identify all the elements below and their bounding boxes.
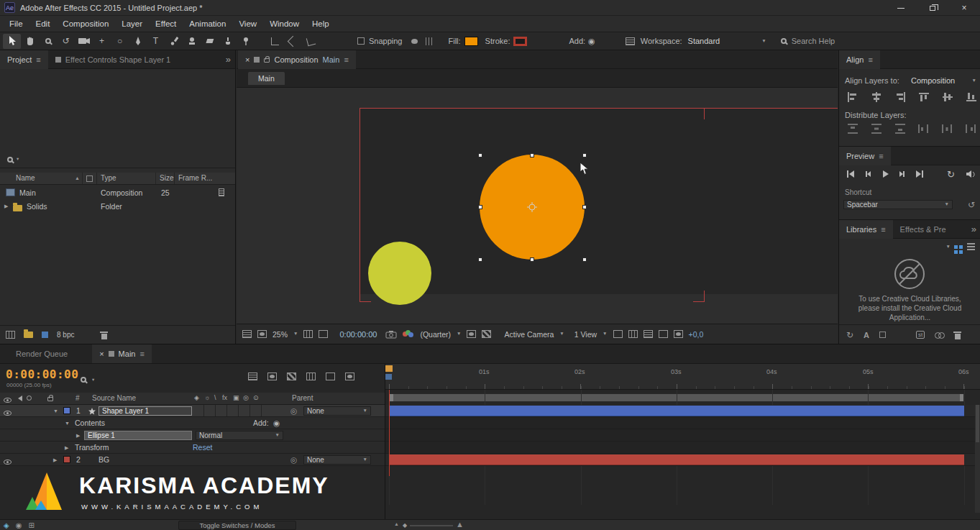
align-to-caret-icon[interactable]: ▼ — [972, 78, 976, 83]
selection-handle[interactable] — [530, 257, 534, 262]
reset-exposure-icon[interactable] — [674, 330, 683, 338]
snapshot-icon[interactable] — [385, 330, 397, 339]
eraser-tool-icon[interactable] — [201, 34, 219, 49]
selection-handle[interactable] — [478, 257, 482, 262]
motion-blur-switch-icon[interactable]: ◎ — [243, 394, 249, 401]
time-ruler[interactable]: 01s 02s 03s 04s 05s 06s — [385, 364, 980, 390]
expand-icon[interactable]: ▶ — [53, 457, 57, 463]
tab-timeline-main[interactable]: × Main ≡ — [92, 344, 152, 363]
parent-select[interactable]: None ▼ — [303, 406, 371, 416]
region-of-interest-icon[interactable] — [467, 330, 476, 338]
ellipse-row[interactable]: ▶ Ellipse 1 Normal ▼ — [0, 429, 385, 442]
view-layout-caret-icon[interactable]: ▼ — [603, 332, 607, 337]
layer-bar-bg[interactable] — [389, 454, 964, 465]
expand-icon[interactable]: ▶ — [65, 445, 68, 451]
timeline-search-caret-icon[interactable]: ▾ — [92, 378, 94, 383]
shy-switch-icon[interactable]: ◈ — [194, 394, 199, 401]
zoom-out-mountain-icon[interactable]: ▲ — [394, 521, 399, 526]
next-frame-button[interactable] — [894, 168, 910, 180]
snap-grid-icon[interactable] — [423, 37, 433, 45]
current-timecode[interactable]: 0:00:00:00 — [6, 367, 78, 381]
pickwhip-icon[interactable]: ◎ — [290, 455, 297, 464]
panel-menu-icon[interactable]: ≡ — [344, 55, 348, 64]
speaker-icon[interactable] — [966, 169, 976, 181]
view-axis-mode-icon[interactable] — [302, 34, 320, 49]
motion-blur-icon[interactable] — [345, 373, 354, 380]
parent-select[interactable]: None ▼ — [303, 455, 371, 465]
viewer-tab-main[interactable]: Main — [248, 72, 285, 85]
show-channels-icon[interactable] — [403, 330, 414, 338]
eye-icon[interactable] — [4, 460, 12, 465]
reset-link[interactable]: Reset — [193, 443, 212, 452]
collapse-switch-icon[interactable]: ☼ — [204, 394, 210, 401]
loop-icon[interactable]: ↻ — [947, 169, 955, 180]
distribute-v-center-button[interactable] — [871, 124, 882, 134]
flowchart-icon[interactable] — [659, 330, 668, 338]
camera-view-select[interactable]: Active Camera — [504, 330, 554, 339]
align-left-button[interactable] — [847, 92, 858, 102]
menu-window[interactable]: Window — [263, 16, 306, 32]
libraries-sort-caret-icon[interactable]: ▼ — [946, 245, 951, 250]
character-styles-icon[interactable]: A — [864, 331, 869, 339]
previous-frame-button[interactable] — [860, 168, 875, 180]
search-help-input[interactable]: Search Help — [792, 37, 835, 45]
track-row-ellipse[interactable] — [385, 429, 975, 442]
play-button[interactable] — [877, 168, 892, 180]
selection-handle[interactable] — [582, 153, 587, 157]
quality-switch-icon[interactable]: \ — [214, 394, 216, 401]
toggle-inout-pane-icon[interactable]: ⊞ — [28, 521, 34, 529]
expand-icon[interactable]: ▼ — [53, 408, 58, 414]
mask-visibility-icon[interactable] — [319, 330, 328, 338]
align-v-center-button[interactable] — [942, 92, 953, 102]
panel-overflow-icon[interactable]: » — [971, 224, 976, 234]
layer-row-bg[interactable]: ▶ 2 BG ◎ None ▼ — [0, 454, 385, 466]
exposure-value[interactable]: +0,0 — [689, 330, 704, 339]
world-axis-mode-icon[interactable] — [284, 34, 302, 49]
roto-brush-tool-icon[interactable] — [219, 34, 237, 49]
color-depth-button[interactable]: 8 bpc — [57, 331, 74, 339]
resolution-caret-icon[interactable]: ▼ — [457, 332, 461, 337]
frame-blending-icon[interactable] — [326, 373, 335, 380]
toggle-switches-modes-button[interactable]: Toggle Switches / Modes — [178, 521, 296, 530]
panel-menu-icon[interactable]: ≡ — [881, 225, 885, 234]
tab-libraries[interactable]: Libraries ≡ — [839, 220, 893, 239]
tab-effect-controls[interactable]: Effect Controls Shape Layer 1 — [48, 55, 178, 64]
tab-composition[interactable]: × Composition Main ≡ — [238, 50, 356, 69]
label-column-icon[interactable] — [86, 175, 93, 182]
switch-cell[interactable] — [239, 405, 250, 416]
menu-help[interactable]: Help — [306, 16, 336, 32]
cti-grabber[interactable] — [385, 374, 392, 380]
clone-stamp-tool-icon[interactable] — [183, 34, 201, 49]
cti-head[interactable] — [385, 365, 393, 372]
selection-handle[interactable] — [530, 153, 534, 157]
vertical-scrollbar[interactable] — [975, 405, 980, 513]
tab-align[interactable]: Align ≡ — [839, 50, 880, 69]
track-row-contents[interactable] — [385, 417, 975, 429]
layer-color-swatch[interactable] — [63, 456, 70, 463]
column-parent[interactable]: Parent — [292, 394, 313, 402]
panel-menu-icon[interactable]: ≡ — [868, 55, 872, 64]
selection-handle[interactable] — [478, 153, 482, 157]
lock-icon[interactable] — [264, 58, 270, 63]
interpret-footage-icon[interactable] — [6, 331, 15, 339]
panel-menu-icon[interactable]: ≡ — [879, 152, 883, 160]
pickwhip-icon[interactable]: ◎ — [290, 406, 297, 415]
column-number[interactable]: # — [75, 394, 80, 402]
track-row-transform[interactable] — [385, 442, 975, 454]
magnification-caret-icon[interactable]: ▼ — [293, 332, 298, 337]
timeline-icon[interactable] — [644, 330, 653, 338]
grid-options-icon[interactable] — [303, 330, 313, 338]
switch-cell[interactable] — [204, 405, 216, 416]
eye-icon[interactable] — [4, 411, 12, 416]
hide-shy-layers-icon[interactable] — [306, 373, 316, 380]
effects-switch-icon[interactable]: fx — [222, 394, 227, 401]
type-tool-icon[interactable]: T — [147, 34, 165, 49]
close-button[interactable]: × — [948, 0, 980, 16]
lock-column-icon[interactable] — [47, 397, 53, 401]
comp-timecode[interactable]: 0:00:00:00 — [339, 330, 377, 339]
column-type[interactable]: Type — [101, 174, 116, 182]
lock-viewer-icon[interactable] — [242, 330, 252, 338]
audio-column-icon[interactable] — [15, 396, 22, 401]
ellipse-name-box[interactable]: Ellipse 1 — [84, 431, 192, 440]
layer-row-shape-layer-1[interactable]: ▼ 1 Shape Layer 1 ◎ None ▼ — [0, 405, 385, 417]
